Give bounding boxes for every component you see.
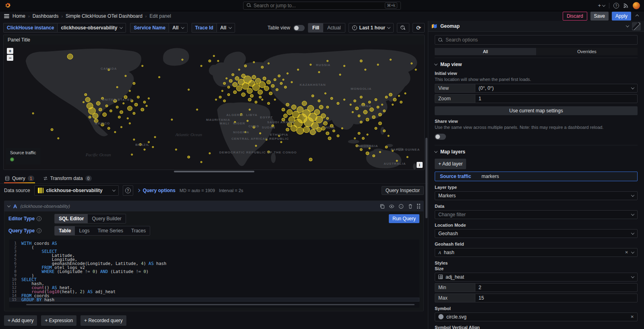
map-marker[interactable] (317, 127, 322, 132)
map-marker[interactable] (131, 154, 133, 155)
map-marker[interactable] (341, 128, 343, 129)
size-field-select[interactable]: adj_heat (435, 273, 638, 281)
map-marker[interactable] (281, 141, 282, 143)
map-marker[interactable] (267, 151, 270, 153)
map-marker[interactable] (392, 150, 394, 152)
map-marker[interactable] (314, 110, 320, 115)
map-marker[interactable] (283, 114, 287, 118)
map-marker[interactable] (326, 106, 329, 108)
query-type-traces[interactable]: Traces (127, 226, 150, 235)
map-marker[interactable] (208, 60, 211, 62)
map-marker[interactable] (133, 82, 135, 85)
zoom-input[interactable] (475, 94, 638, 103)
map-marker[interactable] (259, 96, 261, 98)
map-marker[interactable] (129, 122, 131, 124)
map-marker[interactable] (227, 86, 230, 89)
time-range-picker[interactable]: Last 1 hour (349, 23, 394, 33)
map-marker[interactable] (282, 118, 285, 121)
map-marker[interactable] (118, 116, 120, 118)
table-view-toggle[interactable] (293, 25, 305, 31)
map-marker[interactable] (373, 155, 375, 157)
map-zoom-out-button[interactable]: − (7, 55, 13, 61)
map-marker[interactable] (233, 91, 237, 94)
map-marker[interactable] (318, 71, 320, 73)
map-marker[interactable] (223, 82, 226, 85)
clear-icon[interactable]: ✕ (625, 250, 628, 255)
map-marker[interactable] (308, 105, 314, 111)
map-marker[interactable] (124, 95, 127, 99)
map-marker[interactable] (252, 84, 260, 91)
map-marker[interactable] (363, 110, 367, 114)
map-layers-section-header[interactable]: Map layers (435, 149, 638, 155)
map-marker[interactable] (389, 93, 392, 96)
map-marker[interactable] (312, 95, 314, 97)
map-marker[interactable] (232, 74, 234, 76)
map-marker[interactable] (233, 82, 237, 87)
map-marker[interactable] (323, 122, 327, 126)
map-marker[interactable] (258, 90, 262, 95)
map-marker[interactable] (291, 105, 296, 110)
code-line[interactable]: 15GROUP BY hash (9, 298, 419, 302)
map-marker[interactable] (276, 89, 278, 91)
code-line[interactable]: 1WITH coords AS (9, 241, 419, 245)
layer-type-select[interactable]: Markers (435, 191, 638, 200)
map-marker[interactable] (405, 93, 406, 94)
map-marker[interactable] (303, 126, 310, 132)
map-marker[interactable] (259, 132, 261, 134)
map-marker[interactable] (101, 97, 104, 99)
map-attribution-button[interactable]: i (417, 162, 423, 168)
map-marker[interactable] (262, 99, 263, 100)
panel-resize-handle[interactable] (174, 171, 254, 172)
map-marker[interactable] (125, 75, 126, 77)
map-marker[interactable] (343, 65, 345, 67)
map-marker[interactable] (379, 151, 381, 153)
sql-editor-option[interactable]: SQL Editor (55, 214, 88, 223)
editor-horizontal-scrollbar[interactable] (26, 304, 415, 305)
actual-option[interactable]: Actual (323, 23, 345, 32)
map-marker[interactable] (350, 104, 351, 106)
map-marker[interactable] (139, 143, 142, 146)
map-marker[interactable] (361, 103, 365, 106)
variable-value-dropdown[interactable]: All (169, 23, 187, 33)
map-marker[interactable] (247, 88, 252, 93)
help-icon[interactable]: ? (613, 3, 619, 8)
map-marker[interactable] (297, 106, 303, 112)
map-marker[interactable] (182, 59, 183, 60)
map-marker[interactable] (67, 54, 73, 59)
map-marker[interactable] (355, 107, 359, 110)
map-marker[interactable] (89, 116, 91, 118)
left-scrollbar-thumb[interactable] (425, 138, 427, 218)
map-marker[interactable] (310, 64, 312, 66)
map-marker[interactable] (388, 135, 389, 137)
map-marker[interactable] (390, 59, 391, 60)
map-marker[interactable] (321, 114, 326, 118)
map-marker[interactable] (142, 65, 143, 67)
map-marker[interactable] (226, 78, 227, 79)
map-marker[interactable] (245, 131, 246, 133)
refresh-button[interactable]: ⟳ (413, 23, 425, 33)
map-marker[interactable] (321, 126, 325, 130)
user-avatar[interactable] (633, 2, 640, 9)
map-marker[interactable] (175, 149, 177, 150)
clear-icon[interactable]: ✕ (631, 315, 634, 319)
map-marker[interactable] (271, 84, 275, 87)
map-marker[interactable] (58, 138, 59, 139)
map-marker[interactable] (242, 93, 246, 97)
map-marker[interactable] (377, 64, 379, 66)
map-marker[interactable] (319, 105, 323, 109)
map-marker[interactable] (116, 86, 118, 88)
map-marker[interactable] (121, 126, 122, 128)
view-select[interactable]: (0°, 0°) (475, 84, 638, 93)
map-marker[interactable] (108, 69, 110, 71)
use-current-map-settings-button[interactable]: Use current map settings (435, 106, 638, 115)
map-marker[interactable] (146, 105, 147, 107)
map-marker[interactable] (103, 113, 107, 117)
map-marker[interactable] (188, 156, 190, 158)
map-marker[interactable] (375, 99, 377, 101)
map-marker[interactable] (114, 131, 116, 133)
map-marker[interactable] (217, 60, 219, 62)
map-marker[interactable] (280, 82, 283, 85)
map-marker[interactable] (247, 120, 248, 122)
map-marker[interactable] (382, 104, 383, 106)
query-row-header[interactable]: A (clickhouse-observability) i (4, 201, 423, 211)
